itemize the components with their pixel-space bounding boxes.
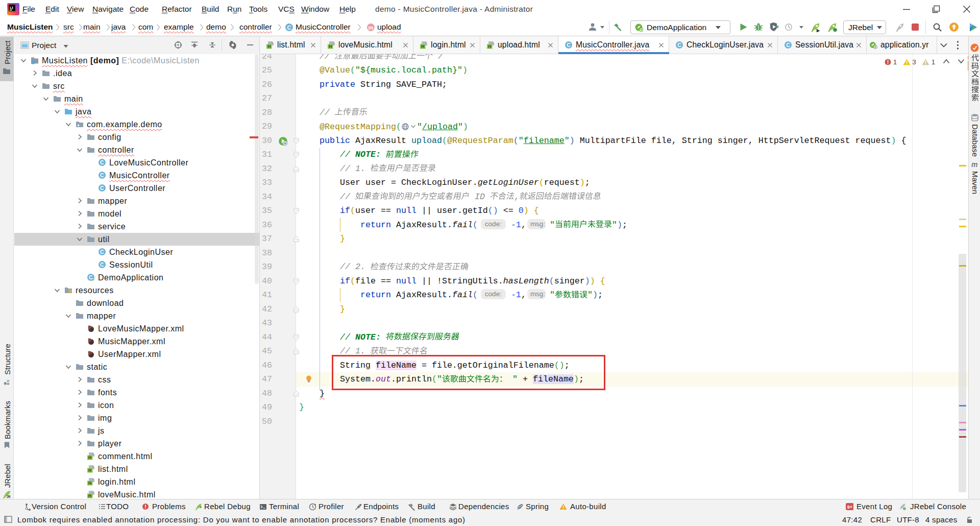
svg-text:H: H <box>421 44 424 49</box>
svg-text:H: H <box>488 44 491 49</box>
svg-text:9+: 9+ <box>847 505 852 510</box>
svg-text:C: C <box>100 185 104 191</box>
svg-text:H: H <box>88 468 92 473</box>
svg-text:H: H <box>329 44 332 49</box>
svg-text:C: C <box>567 42 571 48</box>
svg-text:m: m <box>369 25 374 31</box>
svg-text:C: C <box>100 249 104 255</box>
svg-text:H: H <box>88 481 92 486</box>
svg-text:H: H <box>88 455 92 460</box>
svg-text:C: C <box>786 42 790 48</box>
svg-text:JR: JR <box>7 495 11 498</box>
svg-text:C: C <box>100 159 104 165</box>
svg-text:i: i <box>904 507 904 510</box>
svg-text:H: H <box>267 44 271 49</box>
svg-text:C: C <box>287 25 291 31</box>
svg-text:C: C <box>100 172 104 178</box>
svg-text:IJ: IJ <box>10 6 13 10</box>
svg-text:C: C <box>100 261 104 268</box>
svg-text:H: H <box>88 493 92 498</box>
svg-text:C: C <box>677 42 681 48</box>
